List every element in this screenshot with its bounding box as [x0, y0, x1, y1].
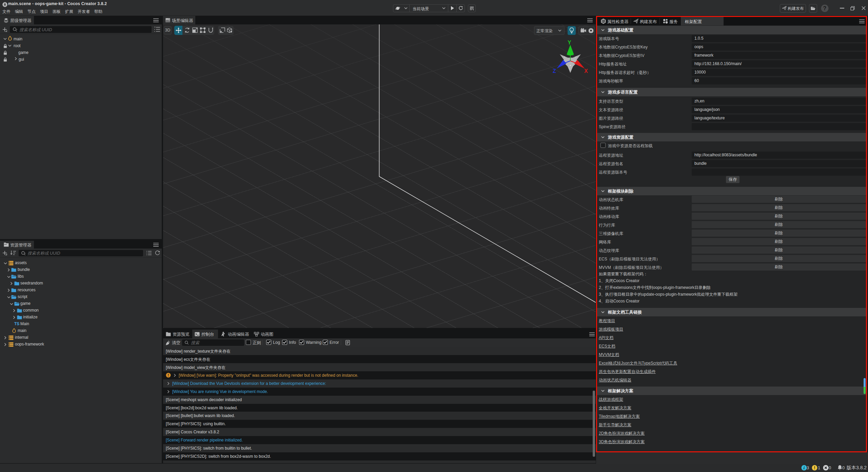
svg-text:!: !: [814, 466, 815, 470]
svg-text:Y: Y: [568, 40, 571, 45]
svg-text:Z: Z: [553, 68, 556, 74]
svg-text:X: X: [584, 68, 588, 74]
svg-text:?: ?: [823, 5, 827, 11]
